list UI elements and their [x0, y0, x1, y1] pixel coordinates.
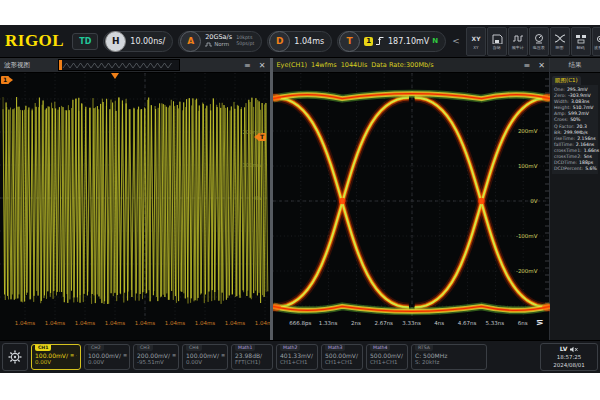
- voltage-axis-label: 200mV: [242, 129, 262, 135]
- channel-menu-icon[interactable]: ≡: [123, 352, 127, 359]
- measurement-row: DCDPercent:5.6%: [554, 166, 596, 172]
- panel-close-icon[interactable]: ✕: [259, 61, 266, 70]
- trigger-status-flag: N: [432, 37, 438, 45]
- time-axis-label: 2.67ns: [374, 320, 393, 326]
- waveform-preview-strip[interactable]: [58, 59, 180, 71]
- channel-box-math2[interactable]: Math2401.33mV/CH1+CH1: [276, 344, 318, 370]
- channel1-marker[interactable]: 1: [1, 76, 9, 84]
- time-axis-label: 666.8ps: [289, 320, 311, 326]
- channel-box-ch1[interactable]: CH1100.00mV/≡0.00V: [31, 344, 81, 370]
- toolbar-button-waveform-record[interactable]: 波形录制: [592, 27, 600, 56]
- rigol-logo: RIGOL: [2, 31, 67, 51]
- time-axis-label: 1.04ms: [195, 320, 215, 326]
- channel-box-math1[interactable]: Math123.98dB/FFT(CH1): [231, 344, 273, 370]
- eye-diagram-panel: Eye(CH1) 14wfms 1044UIs Data Rate:300Mb/…: [270, 58, 550, 340]
- clock-date: 2024/08/01: [553, 361, 585, 369]
- sample-resolution: 50ps/pt: [236, 41, 254, 47]
- channel-tab-label: CH1: [35, 345, 51, 351]
- trigger-position-marker[interactable]: [111, 73, 119, 79]
- toolbar-button-voltmeter[interactable]: 电压表: [529, 27, 549, 56]
- delay-group: D 1.04ms: [267, 31, 332, 52]
- eye-axis-labels: 666.8ps1.33ns2ns2.67ns3.33ns4ns4.67ns5.3…: [273, 320, 550, 332]
- channel-tab-label: Math3: [325, 345, 345, 351]
- toolbar-button-decode[interactable]: 解码: [571, 27, 591, 56]
- toolbar-button-storage[interactable]: 存储: [487, 27, 507, 56]
- waveform-view-title: 波形视图: [4, 61, 30, 70]
- trigger-source-badge[interactable]: 1: [364, 37, 373, 46]
- top-toolbar: RIGOL TD H 10.00ns/ A 20GSa/s Norm 10kpt…: [0, 25, 600, 58]
- time-axis-label: 1.04ms: [45, 320, 65, 326]
- sample-rate[interactable]: 20GSa/s: [205, 34, 232, 41]
- channel-box-math4[interactable]: Math4500.00mV/CH1+CH1: [366, 344, 408, 370]
- channel-box-rtsa[interactable]: RTSAC: 500MHzS: 20kHz: [411, 344, 487, 370]
- toolbar-scroll-left[interactable]: <: [451, 36, 461, 46]
- acquisition-knob[interactable]: A: [180, 31, 201, 52]
- channel-box-ch3[interactable]: CH3200.00mV/≡-95.51mV: [133, 344, 179, 370]
- waveform-view-header[interactable]: 波形视图 ≡ ✕: [0, 58, 270, 73]
- results-tab-eye[interactable]: 眼图(C1): [552, 76, 581, 85]
- waveform-record-icon: [596, 33, 600, 44]
- voltage-axis-label: -100mV: [516, 233, 538, 239]
- clock-time: 18:57:25: [557, 353, 582, 361]
- eye-uis-count: 1044UIs: [341, 61, 368, 69]
- eye-header[interactable]: Eye(CH1) 14wfms 1044UIs Data Rate:300Mb/…: [273, 58, 550, 73]
- channel-box-ch4[interactable]: CH4100.00mV/≡0.00V: [182, 344, 228, 370]
- lock-icon: [76, 353, 77, 359]
- quick-menu-icon[interactable]: ⋝: [536, 317, 544, 327]
- channel-box-math3[interactable]: Math3500.00mV/CH1+CH1: [321, 344, 363, 370]
- trigger-group: T 1 187.10mV N: [337, 31, 446, 52]
- waveform-plot-area[interactable]: 1 T 200mV100mV0V 1.04ms1.04ms1.04ms1.04m…: [0, 73, 270, 340]
- channel-tab-label: Math2: [280, 345, 300, 351]
- svg-text:XY: XY: [471, 35, 481, 42]
- channel-menu-icon[interactable]: ≡: [221, 352, 225, 359]
- speaker-muted-icon: [570, 346, 578, 353]
- time-axis-label: 1.04ms: [225, 320, 245, 326]
- channel-tab-label: Math1: [235, 345, 255, 351]
- channel-tab-label: CH2: [88, 345, 104, 351]
- waveform-view-panel: 波形视图 ≡ ✕ 1 T 200mV100mV0V 1.04ms1.04ms1.…: [0, 58, 270, 340]
- delay-value[interactable]: 1.04ms: [294, 37, 324, 46]
- voltage-axis-label: 100mV: [518, 163, 538, 169]
- eye-diagram-icon: [554, 33, 566, 44]
- toolbar-button-freq-counter[interactable]: 频率计: [508, 27, 528, 56]
- eye-close-icon[interactable]: ✕: [538, 61, 545, 70]
- time-axis-label: 5.33ns: [486, 320, 505, 326]
- rising-edge-icon: [376, 36, 385, 46]
- system-status-clock[interactable]: LV 18:57:25 2024/08/01: [540, 343, 598, 371]
- time-axis-label: 1.04ms: [165, 320, 185, 326]
- preview-cursor[interactable]: [59, 60, 62, 70]
- toolbar-icon-strip: XYXY存储频率计电压表眼图解码波形录制: [466, 27, 600, 56]
- channel-tab-label: CH4: [186, 345, 202, 351]
- results-panel: 结果 眼图(C1) One:295.3mVZero:-303.9mVWidth:…: [549, 58, 600, 340]
- time-axis-label: 3.33ns: [402, 320, 421, 326]
- eye-plot-area[interactable]: 200mV100mV0V-100mV-200mV 666.8ps1.33ns2n…: [273, 73, 550, 340]
- channel-box-ch2[interactable]: CH2100.00mV/≡0.00V: [84, 344, 130, 370]
- settings-button[interactable]: [2, 343, 28, 371]
- acq-mode: Norm: [214, 41, 229, 48]
- time-axis-label: 4ns: [434, 320, 444, 326]
- acq-mode-icon: [205, 42, 212, 47]
- panel-menu-icon[interactable]: ≡: [244, 61, 251, 70]
- time-axis-label: 4.67ns: [458, 320, 477, 326]
- channel-menu-icon[interactable]: ≡: [172, 352, 176, 359]
- time-axis-label: 1.04ms: [135, 320, 155, 326]
- voltage-axis-label: 100mV: [242, 162, 262, 168]
- eye-menu-icon[interactable]: ≡: [524, 61, 531, 70]
- voltage-axis-label: 0V: [530, 198, 537, 204]
- channel-tab-label: CH3: [137, 345, 153, 351]
- toolbar-button-xy[interactable]: XYXY: [466, 27, 486, 56]
- horizontal-knob[interactable]: H: [105, 31, 126, 52]
- trigger-knob[interactable]: T: [339, 31, 360, 52]
- voltage-axis-label: 0V: [255, 195, 262, 201]
- channel-menu-icon[interactable]: ≡: [70, 352, 74, 359]
- eye-title: Eye(CH1): [277, 61, 308, 69]
- timebase-value[interactable]: 10.00ns/: [130, 37, 165, 46]
- horizontal-group: H 10.00ns/: [103, 31, 173, 52]
- trigger-level-value[interactable]: 187.10mV: [388, 37, 429, 46]
- trigger-mode-badge[interactable]: TD: [72, 33, 98, 50]
- channel-tab-label: RTSA: [415, 345, 433, 351]
- channel-tab-label: Math4: [370, 345, 390, 351]
- delay-knob[interactable]: D: [269, 31, 290, 52]
- lan-status: LV: [560, 345, 568, 353]
- toolbar-button-eye-diagram[interactable]: 眼图: [550, 27, 570, 56]
